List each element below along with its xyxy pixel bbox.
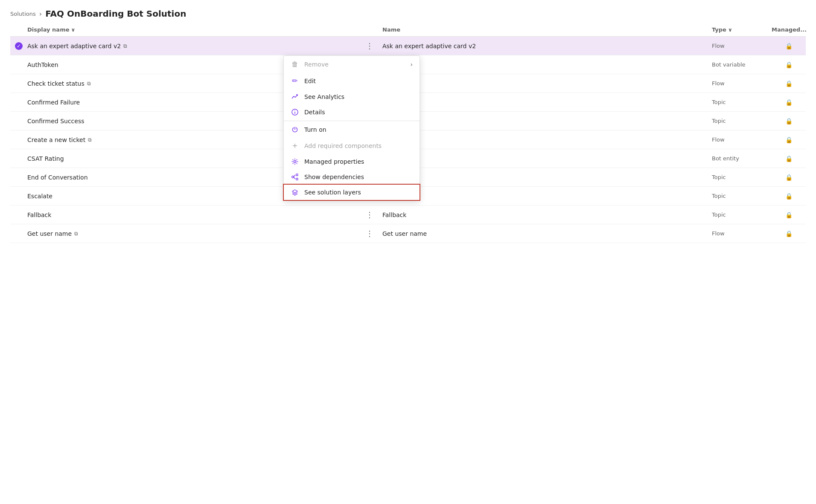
more-options-button[interactable]: ⋮ [357, 229, 382, 238]
external-link-icon[interactable]: ⧉ [123, 43, 127, 49]
pencil-icon: ✏️ [291, 77, 299, 85]
column-header-managed: Managed... [772, 26, 806, 33]
external-link-icon[interactable]: ⧉ [74, 231, 78, 237]
row-type: Flow [712, 80, 772, 87]
type-sort-icon: ∨ [728, 27, 732, 33]
external-link-icon[interactable]: ⧉ [88, 137, 92, 143]
breadcrumb: Solutions › FAQ OnBoarding Bot Solution [0, 0, 816, 23]
row-display-name: Fallback [27, 208, 357, 222]
display-name-text: Confirmed Failure [27, 99, 80, 106]
display-name-text: Fallback [27, 211, 51, 218]
trash-icon: 🗑 [291, 60, 299, 68]
display-name-text: Ask an expert adaptive card v2 [27, 43, 121, 49]
menu-item-managed-properties[interactable]: Managed properties [284, 154, 420, 169]
menu-divider [284, 121, 420, 121]
arrow-icon: › [410, 61, 413, 68]
row-type: Topic [712, 193, 772, 199]
svg-rect-6 [296, 178, 298, 180]
display-name-text: Get user name [27, 230, 72, 237]
menu-item-show-dependencies[interactable]: Show dependencies [284, 169, 420, 185]
breadcrumb-separator: › [39, 10, 42, 18]
breadcrumb-solutions-link[interactable]: Solutions [10, 11, 36, 17]
breadcrumb-current-page: FAQ OnBoarding Bot Solution [45, 9, 186, 19]
display-name-text: Check ticket status [27, 80, 85, 87]
lock-icon: 🔒 [785, 230, 793, 237]
table-row[interactable]: Get user name ⧉ ⋮ Get user name Flow 🔒 [10, 224, 806, 243]
row-managed: 🔒 [772, 193, 806, 200]
menu-item-edit[interactable]: ✏️ Edit [284, 72, 420, 89]
selected-indicator: ✓ [15, 42, 23, 50]
solutions-table-container: Display name ∨ Name Type ∨ Managed... ✓ … [0, 23, 816, 243]
lock-icon: 🔒 [785, 174, 793, 181]
menu-item-see-analytics[interactable]: See Analytics [284, 89, 420, 104]
lock-icon: 🔒 [785, 80, 793, 87]
row-managed: 🔒 [772, 230, 806, 237]
display-name-text: CSAT Rating [27, 155, 64, 162]
menu-item-details[interactable]: Details [284, 104, 420, 120]
row-name: Ask an expert adaptive card v2 [382, 43, 712, 49]
row-managed: 🔒 [772, 118, 806, 125]
more-options-button[interactable]: ⋮ [357, 210, 382, 219]
menu-item-show-dependencies-label: Show dependencies [304, 174, 413, 180]
lock-icon: 🔒 [785, 155, 793, 162]
row-display-name: Ask an expert adaptive card v2 ⧉ [27, 39, 357, 53]
row-name: Get user name [382, 230, 712, 237]
more-options-button[interactable]: ⋮ [357, 41, 382, 50]
menu-item-add-required[interactable]: + Add required components [284, 137, 420, 154]
table-header: Display name ∨ Name Type ∨ Managed... [10, 23, 806, 37]
row-type: Topic [712, 118, 772, 124]
lock-icon: 🔒 [785, 193, 793, 200]
row-type: Topic [712, 211, 772, 218]
lock-icon: 🔒 [785, 99, 793, 106]
lock-icon: 🔒 [785, 118, 793, 125]
row-managed: 🔒 [772, 174, 806, 181]
menu-item-remove[interactable]: 🗑 Remove › [284, 56, 420, 72]
column-header-name: Name [382, 26, 712, 33]
lock-icon: 🔒 [785, 211, 793, 218]
menu-item-managed-properties-label: Managed properties [304, 158, 413, 165]
table-row[interactable]: Fallback ⋮ Fallback Topic 🔒 [10, 206, 806, 224]
external-link-icon[interactable]: ⧉ [87, 81, 91, 87]
context-menu: 🗑 Remove › ✏️ Edit See Analytics [283, 55, 420, 200]
row-checkbox[interactable]: ✓ [10, 42, 27, 50]
svg-line-7 [294, 175, 295, 177]
layers-icon [291, 189, 299, 196]
row-managed: 🔒 [772, 80, 806, 87]
dependencies-icon [291, 174, 299, 180]
table-row[interactable]: ✓ Ask an expert adaptive card v2 ⧉ ⋮ Ask… [10, 37, 806, 55]
row-managed: 🔒 [772, 43, 806, 49]
check-icon: ✓ [17, 43, 21, 49]
menu-item-add-required-label: Add required components [304, 142, 413, 149]
display-name-text: Create a new ticket [27, 136, 85, 143]
menu-item-turn-on[interactable]: Turn on [284, 122, 420, 137]
lock-icon: 🔒 [785, 136, 793, 143]
menu-item-see-solution-layers[interactable]: See solution layers [284, 185, 420, 200]
display-name-text: Escalate [27, 193, 52, 200]
column-header-type[interactable]: Type ∨ [712, 26, 772, 33]
row-name: Escalate [382, 193, 712, 200]
row-type: Topic [712, 99, 772, 105]
row-managed: 🔒 [772, 155, 806, 162]
power-icon [291, 126, 299, 133]
row-name: Fallback [382, 211, 712, 218]
svg-rect-5 [296, 174, 298, 176]
info-icon [291, 109, 299, 116]
menu-item-remove-label: Remove [304, 61, 405, 68]
svg-point-3 [294, 161, 296, 163]
chart-icon [291, 93, 299, 100]
row-type: Flow [712, 136, 772, 143]
row-managed: 🔒 [772, 61, 806, 68]
row-type: Bot entity [712, 155, 772, 162]
display-name-text: Confirmed Success [27, 118, 85, 125]
row-managed: 🔒 [772, 211, 806, 218]
row-type: Flow [712, 230, 772, 237]
display-name-sort-icon: ∨ [71, 27, 76, 33]
lock-icon: 🔒 [785, 43, 793, 49]
display-name-text: End of Conversation [27, 174, 88, 181]
row-managed: 🔒 [772, 99, 806, 106]
menu-item-turn-on-label: Turn on [304, 126, 413, 133]
row-type: Flow [712, 43, 772, 49]
column-header-display-name[interactable]: Display name ∨ [27, 26, 357, 33]
menu-item-edit-label: Edit [304, 78, 413, 84]
svg-line-8 [294, 177, 295, 179]
